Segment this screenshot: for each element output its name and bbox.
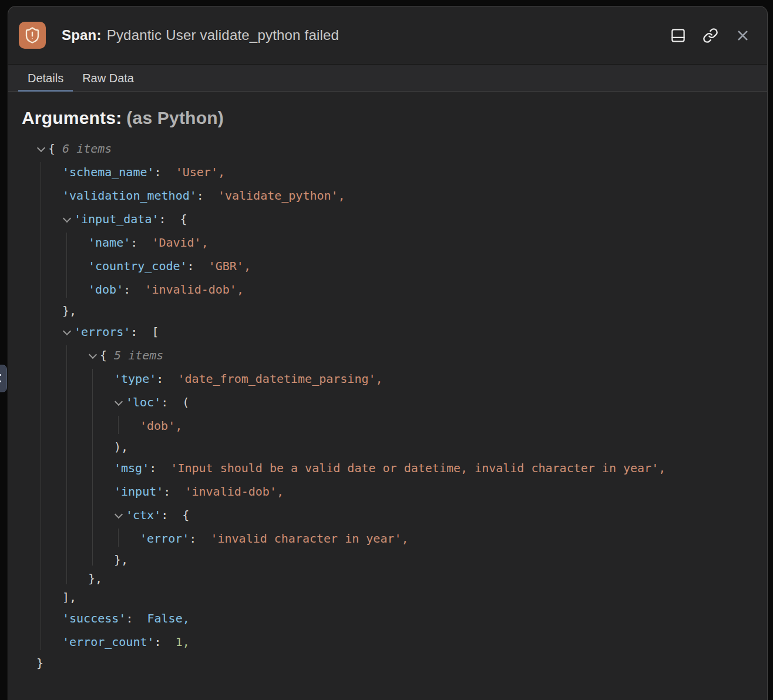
code-token-punc: },: [114, 552, 128, 567]
code-token-punc: {: [48, 141, 55, 156]
code-line: },: [22, 301, 755, 320]
code-token-punc: :: [154, 634, 176, 649]
code-children-group: 'dob',: [22, 414, 755, 438]
code-token-punc: :: [154, 164, 176, 180]
grip-dots-icon: [0, 371, 4, 386]
code-token-key: 'input': [114, 484, 163, 499]
code-tree: {6 items'schema_name': 'User','validatio…: [22, 137, 755, 672]
code-token-key: 'error_count': [62, 634, 154, 649]
code-line: },: [22, 569, 755, 588]
code-token-key: 'schema_name': [62, 164, 154, 180]
code-token-key: 'country_code': [88, 258, 187, 274]
code-line-expandable: {5 items: [22, 344, 755, 367]
code-token-punc: :: [163, 484, 184, 499]
span-detail-panel: Span:Pydantic User validate_python faile…: [8, 6, 768, 700]
code-line-expandable: 'loc': (: [22, 391, 755, 414]
code-token-punc: },: [62, 303, 76, 318]
panel-title-prefix: Span:: [62, 27, 102, 43]
code-token-str: 'invalid character in year',: [210, 531, 408, 546]
code-line-expandable: 'errors': [: [22, 320, 755, 344]
code-children-group: 'error': 'invalid character in year',: [22, 527, 755, 550]
code-line: 'name': 'David',: [22, 231, 755, 254]
close-panel-button[interactable]: [733, 26, 752, 45]
panel-resize-handle[interactable]: [0, 365, 7, 392]
copy-link-button[interactable]: [701, 26, 720, 45]
dock-panel-bottom-button[interactable]: [668, 26, 687, 45]
chevron-down-icon[interactable]: [62, 213, 74, 225]
tab-raw-data-label: Raw Data: [82, 72, 134, 85]
code-line: 'input': 'invalid-dob',: [22, 480, 755, 503]
tab-raw-data[interactable]: Raw Data: [73, 65, 143, 91]
code-line: 'country_code': 'GBR',: [22, 254, 755, 278]
code-line: 'schema_name': 'User',: [22, 160, 755, 184]
code-line: 'dob',: [22, 414, 755, 438]
code-token-key: 'type': [114, 371, 156, 386]
code-token-str: 'date_from_datetime_parsing',: [177, 371, 382, 386]
code-token-str: 'invalid-dob',: [144, 282, 244, 297]
chevron-down-icon[interactable]: [114, 396, 126, 408]
tab-details[interactable]: Details: [18, 65, 73, 91]
chevron-down-icon[interactable]: [62, 326, 74, 338]
header-actions: [668, 26, 752, 45]
code-token-punc: ),: [114, 439, 128, 455]
code-token-key: 'input_data': [74, 211, 159, 227]
link-icon: [703, 28, 718, 43]
code-token-key: 'ctx': [126, 507, 161, 523]
arguments-heading-text: Arguments:: [22, 108, 122, 127]
code-line: ),: [22, 438, 755, 456]
code-token-punc: :: [187, 258, 209, 274]
code-token-str: 'invalid-dob',: [184, 484, 284, 499]
code-token-punc: :: [197, 188, 218, 203]
panel-bottom-icon: [670, 28, 686, 43]
code-token-key: 'validation_method': [62, 188, 197, 203]
code-token-punc: }: [36, 655, 43, 671]
code-token-num: 1,: [176, 634, 190, 649]
code-token-punc: :: [130, 235, 152, 250]
code-children-group: 'type': 'date_from_datetime_parsing','lo…: [22, 367, 755, 569]
tab-details-label: Details: [28, 72, 63, 85]
code-line: 'validation_method': 'validate_python',: [22, 184, 755, 207]
code-token-punc: : {: [161, 507, 189, 523]
code-line: 'error': 'invalid character in year',: [22, 527, 755, 550]
code-line: 'success': False,: [22, 607, 755, 630]
arguments-heading: Arguments:(as Python): [22, 108, 755, 128]
code-line: 'msg': 'Input should be a valid date or …: [22, 456, 755, 480]
code-token-str: 'User',: [176, 164, 225, 180]
code-token-str: 'Input should be a valid date or datetim…: [170, 460, 666, 476]
chevron-down-icon[interactable]: [114, 509, 126, 521]
chevron-down-icon[interactable]: [88, 349, 100, 361]
close-icon: [735, 28, 751, 43]
code-line-expandable: 'ctx': {: [22, 503, 755, 527]
panel-header: Span:Pydantic User validate_python faile…: [8, 6, 767, 64]
code-token-str: 'dob',: [140, 418, 182, 433]
code-token-punc: :: [123, 282, 144, 297]
code-token-str: 'David',: [152, 235, 208, 250]
code-token-punc: : {: [159, 211, 187, 227]
code-token-punc: :: [149, 460, 170, 476]
code-token-str: 'GBR',: [209, 258, 251, 274]
arguments-heading-suffix: (as Python): [126, 108, 224, 127]
tab-bar: Details Raw Data: [8, 64, 767, 92]
details-content: Arguments:(as Python) {6 items'schema_na…: [8, 92, 767, 672]
code-token-key: 'dob': [88, 282, 123, 297]
code-token-str: 'validate_python',: [218, 188, 345, 203]
code-token-key: 'msg': [114, 460, 149, 476]
code-token-key: 'success': [62, 611, 126, 626]
code-line: 'dob': 'invalid-dob',: [22, 278, 755, 301]
code-token-punc: ],: [62, 590, 76, 605]
code-token-punc: :: [189, 531, 210, 546]
chevron-down-icon[interactable]: [36, 143, 48, 154]
code-token-meta: 6 items: [62, 141, 112, 156]
code-line-expandable: {6 items: [22, 137, 755, 160]
code-token-key: 'loc': [126, 395, 161, 410]
shield-alert-icon: [19, 22, 46, 49]
panel-title-text: Pydantic User validate_python failed: [107, 27, 339, 43]
code-token-key: 'name': [88, 235, 130, 250]
code-line: 'error_count': 1,: [22, 630, 755, 654]
code-line: },: [22, 550, 755, 569]
code-token-punc: :: [126, 611, 147, 626]
code-line: ],: [22, 588, 755, 607]
code-token-key: 'errors': [74, 324, 130, 339]
code-token-punc: :: [156, 371, 177, 386]
panel-title: Span:Pydantic User validate_python faile…: [62, 27, 339, 43]
